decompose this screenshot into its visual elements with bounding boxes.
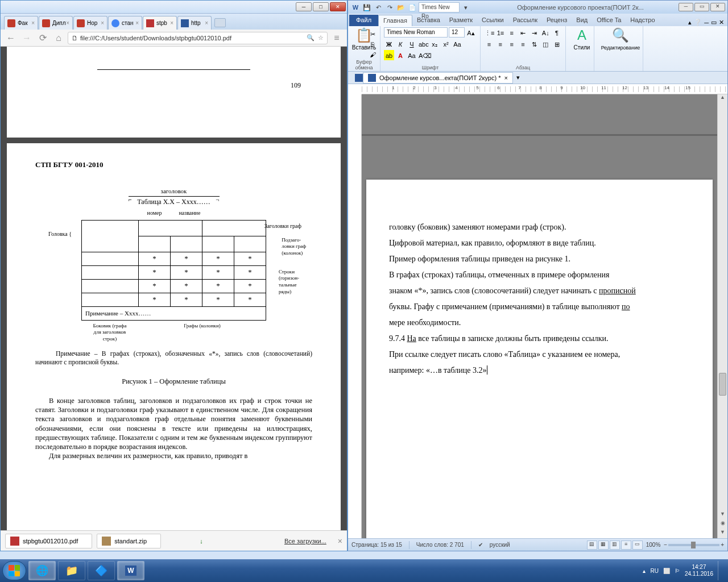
all-downloads-link[interactable]: Все загрузки... [284,538,326,544]
borders-icon[interactable]: ⊞ [552,39,562,49]
save-icon[interactable]: 💾 [362,2,372,13]
download-item[interactable]: stpbgtu0012010.pdf [5,534,92,548]
page-status[interactable]: Страница: 15 из 15 [351,542,402,548]
highlight-icon[interactable]: ab [384,50,394,60]
spell-check-icon[interactable]: ✔ [478,542,483,548]
open-icon[interactable]: 📂 [396,2,406,13]
minimize-button[interactable]: ─ [296,2,312,11]
draft-icon[interactable]: ▭ [632,541,643,550]
start-button[interactable] [2,561,26,580]
ribbon-tab[interactable]: Ссылки [477,15,508,26]
show-marks-icon[interactable]: ¶ [552,27,562,38]
tab-close-icon[interactable]: × [205,20,208,26]
reload-button[interactable]: ⟳ [36,31,49,45]
ribbon-tab-home[interactable]: Главная [378,15,412,26]
subscript-icon[interactable]: x₂ [429,39,440,49]
minimize-button[interactable]: ─ [679,3,693,11]
browser-tab-active[interactable]: stpb× [143,16,177,30]
tab-close-icon[interactable]: × [504,74,507,81]
zoom-icon[interactable]: 🔍 [307,34,315,41]
multilevel-icon[interactable]: ≡ [507,27,517,38]
browser-tab[interactable]: http× [177,16,212,30]
inc-indent-icon[interactable]: ⇥ [529,27,539,38]
tab-close-icon[interactable]: × [31,20,35,26]
browser-tab[interactable]: Фак× [4,16,38,30]
align-right-icon[interactable]: ≡ [507,39,517,49]
download-item[interactable]: standart.zip [97,534,161,548]
address-input[interactable]: 🗋 file:///C:/Users/student/Downloads/stp… [68,32,328,44]
mdi-close-icon[interactable]: ✕ [719,19,724,26]
browser-tab[interactable]: Нор× [73,16,107,30]
superscript-icon[interactable]: x² [441,39,451,49]
vertical-scrollbar[interactable]: ▲ ▼ ◉ ▼ [717,94,727,538]
strike-icon[interactable]: abc [418,39,428,49]
action-center-icon[interactable]: 🏳 [675,568,680,574]
ribbon-tab[interactable]: Вставка [412,15,445,26]
scrollbar-thumb[interactable] [719,373,726,396]
close-button[interactable]: ✕ [330,2,346,11]
text-effects-icon[interactable]: Aa [452,39,462,49]
shading-icon[interactable]: ◫ [540,39,551,49]
fullscreen-read-icon[interactable]: ▦ [598,541,609,550]
downloads-close-button[interactable]: × [338,537,342,546]
grow-font-icon[interactable]: A▴ [466,27,476,38]
copy-icon[interactable]: ⎘ [367,39,378,49]
new-icon[interactable]: 📄 [407,2,417,13]
maximize-button[interactable]: □ [313,2,329,11]
ribbon-tab[interactable]: Разметк [445,15,477,26]
pdf-viewer[interactable]: 109 СТП БГТУ 001-2010 заголовок ⌐¬ Табли… [1,47,347,530]
outline-icon[interactable]: ≡ [621,541,631,550]
clock[interactable]: 14:27 24.11.2016 [685,564,713,577]
new-tab-button[interactable] [214,18,226,27]
bold-icon[interactable]: Ж [384,39,394,49]
print-layout-icon[interactable]: ▤ [587,541,597,550]
tab-close-icon[interactable]: × [170,20,173,26]
taskbar-chrome[interactable]: 🌐 [28,561,56,580]
language-status[interactable]: русский [490,542,510,548]
line-spacing-icon[interactable]: ⇅ [529,39,539,49]
prev-page-icon[interactable]: ◉ [718,520,727,529]
dec-indent-icon[interactable]: ⇤ [518,27,528,38]
format-painter-icon[interactable]: 🖌 [367,49,378,59]
scroll-up-icon[interactable]: ▲ [718,94,727,103]
zoom-in-icon[interactable]: + [721,542,724,548]
justify-icon[interactable]: ≡ [518,39,528,49]
menu-button[interactable]: ≡ [330,31,344,45]
file-tab[interactable]: Файл [349,15,378,26]
mdi-restore-icon[interactable]: ▭ [711,19,717,26]
align-left-icon[interactable]: ≡ [484,39,494,49]
ribbon-collapse-icon[interactable]: ▴ [688,19,692,26]
underline-icon[interactable]: Ч [407,39,417,49]
home-button[interactable]: ⌂ [52,31,65,45]
word-count[interactable]: Число слов: 2 701 [416,542,464,548]
forward-button[interactable]: → [20,31,34,45]
tab-close-icon[interactable]: × [135,20,139,26]
document-tab[interactable]: Оформление курсов...екта(ПОИТ 2курс) * × [363,72,513,84]
taskbar-app[interactable]: 🔷 [88,561,115,580]
mdi-minimize-icon[interactable]: ─ [704,19,709,26]
change-case-icon[interactable]: Aa [407,50,417,60]
show-desktop-button[interactable] [718,561,722,580]
font-name-select[interactable]: Times New Roman [384,27,448,38]
align-center-icon[interactable]: ≡ [495,39,506,49]
sort-icon[interactable]: A↓ [540,27,551,38]
document-page[interactable]: головку (боковик) заменяют номерами граф… [366,180,713,538]
bullets-icon[interactable]: ⋮≡ [484,27,494,38]
ribbon-tab[interactable]: Рассылк [508,15,542,26]
tab-close-icon[interactable]: × [101,20,104,26]
cut-icon[interactable]: ✂ [367,28,378,39]
browser-tab[interactable]: стан× [108,16,142,30]
tray-arrow-icon[interactable]: ▴ [643,568,646,574]
scroll-down-icon[interactable]: ▼ [718,511,727,520]
close-button[interactable]: ✕ [710,3,725,11]
doc-tab-dropdown-icon[interactable]: ▾ [516,74,520,81]
editing-button[interactable]: 🔍 Редактирование [598,27,643,51]
qat-dropdown-icon[interactable]: ▾ [461,2,471,13]
styles-button[interactable]: A Стили [569,27,594,51]
ribbon-tab[interactable]: Вид [572,15,592,26]
zoom-level[interactable]: 100% [646,542,661,548]
star-icon[interactable]: ☆ [318,34,324,41]
zoom-slider[interactable] [668,544,719,546]
qat-font-select[interactable]: Times New Ro [419,2,460,13]
web-layout-icon[interactable]: ▥ [610,541,620,550]
